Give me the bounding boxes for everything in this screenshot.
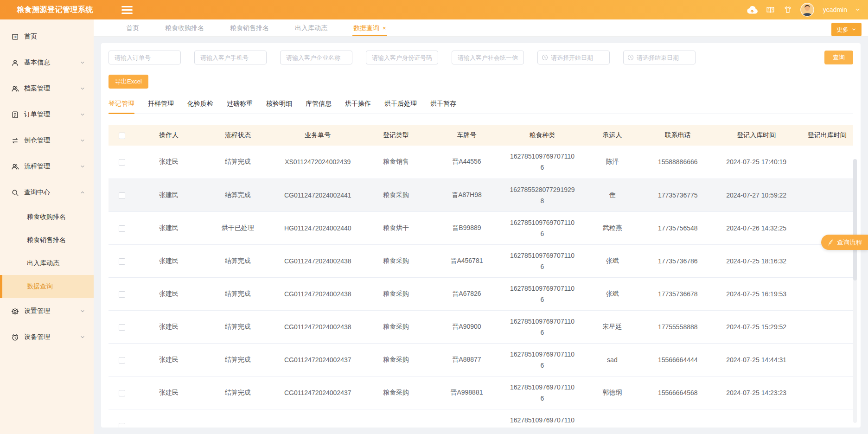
sidebar-item-query-center[interactable]: 查询中心	[0, 179, 94, 205]
tab-bar: 首页 粮食收购排名 粮食销售排名 出入库动态 数据查询 × 更多	[94, 19, 868, 37]
table-row[interactable]: 张建民 结算完成 CG0112472024002438 粮食采购 晋A45678…	[108, 244, 853, 277]
cell-operator	[135, 409, 203, 428]
table-scrollbar[interactable]	[853, 159, 857, 423]
cell-carrier: 张斌	[581, 277, 644, 310]
subtab-weighing[interactable]: 过磅称重	[227, 100, 253, 114]
row-checkbox[interactable]	[119, 423, 125, 428]
tab-inout-dynamics[interactable]: 出入库动态	[295, 19, 327, 36]
sidebar-item-devices[interactable]: 设备管理	[0, 324, 94, 350]
subtab-warehouse-info[interactable]: 库管信息	[306, 100, 332, 114]
cell-operator: 张建民	[135, 343, 203, 376]
sidebar-subitem-inout-dynamics[interactable]: 出入库动态	[0, 252, 94, 275]
start-date-input[interactable]	[551, 54, 606, 61]
subtab-post-drying[interactable]: 烘干后处理	[384, 100, 417, 114]
sidebar-item-settings[interactable]: 设置管理	[0, 298, 94, 324]
row-checkbox[interactable]	[119, 258, 125, 265]
sidebar-item-basic-info[interactable]: 基本信息	[0, 50, 94, 76]
column-header: 登记入库时间	[712, 125, 801, 146]
table-row[interactable]: 张建民 结算完成 CG0112472024002437 粮食采购 晋A88877…	[108, 343, 853, 376]
row-checkbox[interactable]	[119, 291, 125, 298]
end-date-input[interactable]	[637, 54, 691, 61]
cell-status: 结算完成	[202, 343, 273, 376]
cell-status: 结算完成	[202, 376, 273, 409]
query-button[interactable]: 查询	[824, 51, 853, 64]
row-checkbox[interactable]	[119, 390, 125, 396]
column-header: 粮食种类	[504, 125, 581, 146]
cell-status: 结算完成	[202, 146, 273, 179]
subtab-sampling[interactable]: 扦样管理	[148, 100, 174, 114]
cell-out-time	[801, 409, 853, 428]
select-all-checkbox[interactable]	[119, 133, 125, 139]
row-checkbox[interactable]	[119, 357, 125, 364]
table-row[interactable]: 张建民 结算完成 XS0112472024002439 粮食销售 晋A44556…	[108, 146, 853, 179]
theme-shirt-icon[interactable]	[783, 5, 792, 14]
sidebar: Hi 首页 基本信息 档案管理	[0, 19, 94, 434]
tab-sales-ranking[interactable]: 粮食销售排名	[230, 19, 269, 36]
more-button[interactable]: 更多	[831, 23, 862, 36]
end-date-picker[interactable]	[623, 51, 696, 64]
sidebar-subitem-label: 粮食收购排名	[27, 213, 66, 221]
menu-toggle-icon[interactable]	[121, 6, 133, 14]
tab-home[interactable]: 首页	[126, 19, 139, 36]
table-row[interactable]: 张建民 结算完成 CG0112472024002441 粮食采购 晋A87H98…	[108, 179, 853, 211]
help-doc-icon[interactable]: ?	[766, 5, 775, 15]
cell-grain-type: 1627851097697071106	[504, 244, 581, 277]
export-excel-button[interactable]: 导出Excel	[108, 75, 148, 89]
customer-id-input[interactable]	[366, 51, 438, 64]
sidebar-subitem-data-query[interactable]: 数据查询	[0, 275, 94, 298]
chevron-down-icon[interactable]	[855, 7, 861, 13]
order-no-input[interactable]	[108, 51, 181, 64]
sidebar-item-process[interactable]: 流程管理	[0, 153, 94, 179]
customer-company-input[interactable]	[280, 51, 352, 64]
start-date-picker[interactable]	[537, 51, 610, 64]
cell-grain-type: 1627851097697071106	[504, 310, 581, 343]
cell-order-no: CG0112472024002441	[273, 179, 363, 211]
gear-icon	[11, 307, 19, 315]
customer-credit-code-input[interactable]	[452, 51, 524, 64]
username[interactable]: ycadmin	[823, 6, 847, 13]
close-tab-icon[interactable]: ×	[383, 25, 386, 31]
sidebar-subitem-purchase-ranking[interactable]: 粮食收购排名	[0, 205, 94, 229]
row-checkbox[interactable]	[119, 324, 125, 331]
sidebar-item-archives[interactable]: 档案管理	[0, 76, 94, 102]
customer-phone-input[interactable]	[194, 51, 267, 64]
subtab-verification[interactable]: 核验明细	[266, 100, 292, 114]
cell-order-no: XS0112472024002439	[273, 146, 363, 179]
cell-operator: 张建民	[135, 244, 203, 277]
cell-out-time	[801, 310, 853, 343]
sidebar-item-label: 订单管理	[24, 110, 50, 119]
subtab-drying-operation[interactable]: 烘干操作	[345, 100, 371, 114]
cloud-upload-icon[interactable]	[747, 6, 758, 14]
column-header: 业务单号	[273, 125, 363, 146]
sidebar-subitem-sales-ranking[interactable]: 粮食销售排名	[0, 229, 94, 252]
row-checkbox[interactable]	[119, 159, 125, 166]
cell-carrier: 张斌	[581, 244, 644, 277]
sidebar-item-home[interactable]: Hi 首页	[0, 24, 94, 50]
cell-plate-no: 晋A87H98	[429, 179, 504, 211]
subtab-drying-storage[interactable]: 烘干暂存	[430, 100, 456, 114]
tab-data-query[interactable]: 数据查询 ×	[353, 19, 386, 36]
query-process-float-button[interactable]: 查询流程	[821, 235, 868, 250]
table-row[interactable]: 张建民 结算完成 CG0112472024002438 粮食采购 晋A67826…	[108, 277, 853, 310]
table-row[interactable]: 张建民 结算完成 CG0112472024002437 粮食采购 晋A99888…	[108, 376, 853, 409]
subtab-registration[interactable]: 登记管理	[108, 100, 134, 114]
column-header: 流程状态	[202, 125, 273, 146]
avatar[interactable]	[800, 3, 814, 17]
table-row[interactable]: 张建民 烘干已处理 HG0112472024002440 粮食烘干 晋B9988…	[108, 211, 853, 244]
row-checkbox[interactable]	[119, 192, 125, 199]
subtab-lab-test[interactable]: 化验质检	[187, 100, 213, 114]
cell-grain-type: 1627851097697071106	[504, 343, 581, 376]
cell-out-time	[801, 376, 853, 409]
tab-purchase-ranking[interactable]: 粮食收购排名	[165, 19, 204, 36]
cell-reg-type: 粮食销售	[363, 146, 430, 179]
table-row[interactable]: 张建民 结算完成 CG0112472024002438 粮食采购 晋A90900…	[108, 310, 853, 343]
cell-phone: 17735736678	[644, 277, 712, 310]
table-row[interactable]: 1627851097697071106	[108, 409, 853, 428]
sidebar-item-warehouse-transfer[interactable]: 倒仓管理	[0, 128, 94, 153]
cell-phone	[644, 409, 712, 428]
cell-grain-type: 1627851097697071106	[504, 277, 581, 310]
column-header: 联系电话	[644, 125, 712, 146]
sidebar-item-orders[interactable]: 订单管理	[0, 102, 94, 128]
row-checkbox[interactable]	[119, 225, 125, 232]
cell-operator: 张建民	[135, 376, 203, 409]
